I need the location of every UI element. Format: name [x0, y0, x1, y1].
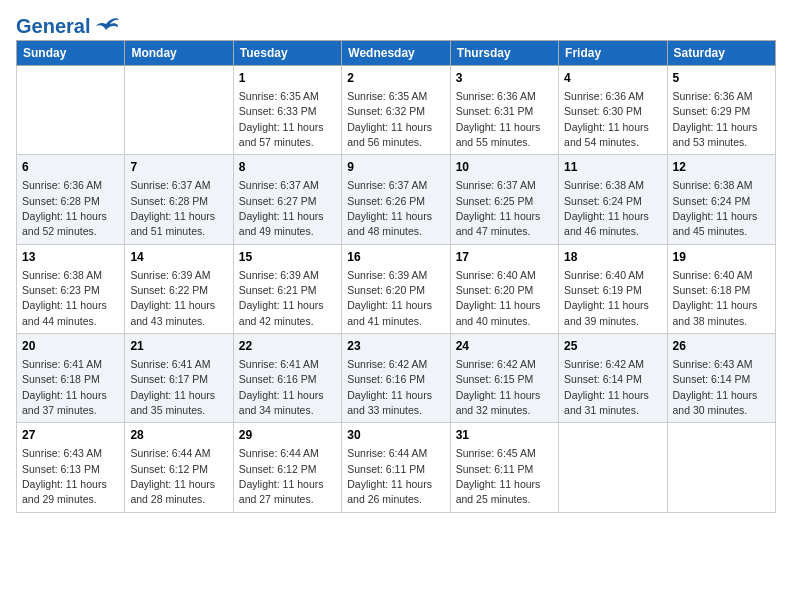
calendar-cell: [667, 423, 775, 512]
calendar-cell: 25Sunrise: 6:42 AM Sunset: 6:14 PM Dayli…: [559, 334, 667, 423]
calendar-cell: 30Sunrise: 6:44 AM Sunset: 6:11 PM Dayli…: [342, 423, 450, 512]
day-number: 20: [22, 338, 119, 355]
calendar-cell: 21Sunrise: 6:41 AM Sunset: 6:17 PM Dayli…: [125, 334, 233, 423]
calendar-cell: 19Sunrise: 6:40 AM Sunset: 6:18 PM Dayli…: [667, 244, 775, 333]
day-info: Sunrise: 6:38 AM Sunset: 6:23 PM Dayligh…: [22, 269, 107, 327]
calendar-cell: 26Sunrise: 6:43 AM Sunset: 6:14 PM Dayli…: [667, 334, 775, 423]
calendar-cell: 22Sunrise: 6:41 AM Sunset: 6:16 PM Dayli…: [233, 334, 341, 423]
calendar-week-row: 20Sunrise: 6:41 AM Sunset: 6:18 PM Dayli…: [17, 334, 776, 423]
day-info: Sunrise: 6:37 AM Sunset: 6:28 PM Dayligh…: [130, 179, 215, 237]
day-info: Sunrise: 6:35 AM Sunset: 6:32 PM Dayligh…: [347, 90, 432, 148]
logo-bird-icon: [92, 16, 120, 36]
day-number: 24: [456, 338, 553, 355]
calendar-cell: [125, 66, 233, 155]
calendar-cell: 4Sunrise: 6:36 AM Sunset: 6:30 PM Daylig…: [559, 66, 667, 155]
day-info: Sunrise: 6:36 AM Sunset: 6:28 PM Dayligh…: [22, 179, 107, 237]
day-number: 22: [239, 338, 336, 355]
day-info: Sunrise: 6:37 AM Sunset: 6:27 PM Dayligh…: [239, 179, 324, 237]
day-number: 3: [456, 70, 553, 87]
calendar-cell: 27Sunrise: 6:43 AM Sunset: 6:13 PM Dayli…: [17, 423, 125, 512]
day-number: 11: [564, 159, 661, 176]
calendar-cell: 1Sunrise: 6:35 AM Sunset: 6:33 PM Daylig…: [233, 66, 341, 155]
calendar-cell: 18Sunrise: 6:40 AM Sunset: 6:19 PM Dayli…: [559, 244, 667, 333]
calendar-week-row: 13Sunrise: 6:38 AM Sunset: 6:23 PM Dayli…: [17, 244, 776, 333]
day-number: 5: [673, 70, 770, 87]
day-number: 21: [130, 338, 227, 355]
calendar-week-row: 6Sunrise: 6:36 AM Sunset: 6:28 PM Daylig…: [17, 155, 776, 244]
day-number: 2: [347, 70, 444, 87]
calendar-cell: 2Sunrise: 6:35 AM Sunset: 6:32 PM Daylig…: [342, 66, 450, 155]
day-number: 15: [239, 249, 336, 266]
day-number: 31: [456, 427, 553, 444]
day-info: Sunrise: 6:37 AM Sunset: 6:25 PM Dayligh…: [456, 179, 541, 237]
calendar-cell: 9Sunrise: 6:37 AM Sunset: 6:26 PM Daylig…: [342, 155, 450, 244]
calendar-cell: 5Sunrise: 6:36 AM Sunset: 6:29 PM Daylig…: [667, 66, 775, 155]
day-info: Sunrise: 6:38 AM Sunset: 6:24 PM Dayligh…: [673, 179, 758, 237]
day-number: 9: [347, 159, 444, 176]
calendar-cell: 16Sunrise: 6:39 AM Sunset: 6:20 PM Dayli…: [342, 244, 450, 333]
day-info: Sunrise: 6:40 AM Sunset: 6:19 PM Dayligh…: [564, 269, 649, 327]
weekday-header: Thursday: [450, 41, 558, 66]
day-number: 16: [347, 249, 444, 266]
weekday-header: Sunday: [17, 41, 125, 66]
day-number: 4: [564, 70, 661, 87]
day-number: 28: [130, 427, 227, 444]
calendar-cell: 20Sunrise: 6:41 AM Sunset: 6:18 PM Dayli…: [17, 334, 125, 423]
day-info: Sunrise: 6:37 AM Sunset: 6:26 PM Dayligh…: [347, 179, 432, 237]
day-number: 12: [673, 159, 770, 176]
calendar-cell: 7Sunrise: 6:37 AM Sunset: 6:28 PM Daylig…: [125, 155, 233, 244]
day-info: Sunrise: 6:41 AM Sunset: 6:17 PM Dayligh…: [130, 358, 215, 416]
day-number: 7: [130, 159, 227, 176]
day-info: Sunrise: 6:39 AM Sunset: 6:22 PM Dayligh…: [130, 269, 215, 327]
day-info: Sunrise: 6:44 AM Sunset: 6:12 PM Dayligh…: [130, 447, 215, 505]
calendar-cell: 12Sunrise: 6:38 AM Sunset: 6:24 PM Dayli…: [667, 155, 775, 244]
day-info: Sunrise: 6:39 AM Sunset: 6:20 PM Dayligh…: [347, 269, 432, 327]
calendar-cell: 29Sunrise: 6:44 AM Sunset: 6:12 PM Dayli…: [233, 423, 341, 512]
day-info: Sunrise: 6:45 AM Sunset: 6:11 PM Dayligh…: [456, 447, 541, 505]
day-number: 27: [22, 427, 119, 444]
day-info: Sunrise: 6:43 AM Sunset: 6:14 PM Dayligh…: [673, 358, 758, 416]
day-number: 8: [239, 159, 336, 176]
calendar-week-row: 27Sunrise: 6:43 AM Sunset: 6:13 PM Dayli…: [17, 423, 776, 512]
weekday-header: Wednesday: [342, 41, 450, 66]
calendar-cell: 14Sunrise: 6:39 AM Sunset: 6:22 PM Dayli…: [125, 244, 233, 333]
calendar-cell: [559, 423, 667, 512]
day-number: 30: [347, 427, 444, 444]
day-number: 19: [673, 249, 770, 266]
day-info: Sunrise: 6:41 AM Sunset: 6:16 PM Dayligh…: [239, 358, 324, 416]
calendar-cell: 10Sunrise: 6:37 AM Sunset: 6:25 PM Dayli…: [450, 155, 558, 244]
day-info: Sunrise: 6:36 AM Sunset: 6:29 PM Dayligh…: [673, 90, 758, 148]
calendar-cell: 8Sunrise: 6:37 AM Sunset: 6:27 PM Daylig…: [233, 155, 341, 244]
day-number: 29: [239, 427, 336, 444]
weekday-header: Tuesday: [233, 41, 341, 66]
weekday-header: Monday: [125, 41, 233, 66]
calendar-cell: 24Sunrise: 6:42 AM Sunset: 6:15 PM Dayli…: [450, 334, 558, 423]
calendar-cell: 28Sunrise: 6:44 AM Sunset: 6:12 PM Dayli…: [125, 423, 233, 512]
day-info: Sunrise: 6:42 AM Sunset: 6:15 PM Dayligh…: [456, 358, 541, 416]
day-info: Sunrise: 6:40 AM Sunset: 6:20 PM Dayligh…: [456, 269, 541, 327]
day-info: Sunrise: 6:39 AM Sunset: 6:21 PM Dayligh…: [239, 269, 324, 327]
day-info: Sunrise: 6:44 AM Sunset: 6:12 PM Dayligh…: [239, 447, 324, 505]
calendar-cell: 3Sunrise: 6:36 AM Sunset: 6:31 PM Daylig…: [450, 66, 558, 155]
logo: General: [16, 16, 120, 32]
calendar-table: SundayMondayTuesdayWednesdayThursdayFrid…: [16, 40, 776, 513]
day-info: Sunrise: 6:36 AM Sunset: 6:30 PM Dayligh…: [564, 90, 649, 148]
day-info: Sunrise: 6:38 AM Sunset: 6:24 PM Dayligh…: [564, 179, 649, 237]
calendar-cell: 11Sunrise: 6:38 AM Sunset: 6:24 PM Dayli…: [559, 155, 667, 244]
calendar-cell: 31Sunrise: 6:45 AM Sunset: 6:11 PM Dayli…: [450, 423, 558, 512]
weekday-header: Friday: [559, 41, 667, 66]
day-info: Sunrise: 6:43 AM Sunset: 6:13 PM Dayligh…: [22, 447, 107, 505]
day-number: 1: [239, 70, 336, 87]
calendar-cell: 17Sunrise: 6:40 AM Sunset: 6:20 PM Dayli…: [450, 244, 558, 333]
calendar-header-row: SundayMondayTuesdayWednesdayThursdayFrid…: [17, 41, 776, 66]
day-number: 6: [22, 159, 119, 176]
page-header: General: [16, 16, 776, 32]
calendar-cell: 6Sunrise: 6:36 AM Sunset: 6:28 PM Daylig…: [17, 155, 125, 244]
day-number: 13: [22, 249, 119, 266]
day-info: Sunrise: 6:42 AM Sunset: 6:14 PM Dayligh…: [564, 358, 649, 416]
logo-text: General: [16, 16, 90, 36]
calendar-cell: [17, 66, 125, 155]
day-number: 10: [456, 159, 553, 176]
calendar-cell: 15Sunrise: 6:39 AM Sunset: 6:21 PM Dayli…: [233, 244, 341, 333]
day-number: 26: [673, 338, 770, 355]
